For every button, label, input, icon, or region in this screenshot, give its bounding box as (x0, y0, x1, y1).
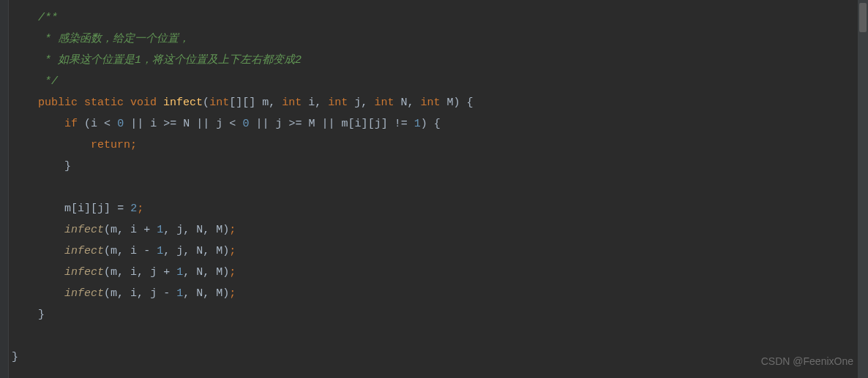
identifier: M (309, 118, 315, 130)
identifier: M (216, 224, 222, 236)
comma: , (137, 287, 143, 300)
comma: , (117, 266, 124, 279)
brace: } (12, 351, 18, 363)
keyword: public (38, 97, 78, 109)
comma: , (203, 287, 209, 300)
method-call: infect (64, 245, 104, 257)
operator: || (196, 118, 209, 130)
paren: ) (421, 118, 427, 130)
identifier: N (196, 224, 203, 236)
identifier: i (130, 287, 137, 300)
comment-text: * 如果这个位置是1，将这个位置及上下左右都变成2 (38, 54, 302, 67)
comma: , (163, 245, 170, 257)
watermark: CSDN @FeenixOne (761, 351, 853, 372)
type: int (420, 97, 440, 109)
brace: } (64, 160, 71, 173)
operator: = (117, 203, 124, 215)
code-line: return; (9, 135, 868, 156)
identifier: N (183, 118, 190, 130)
paren: ) (222, 224, 229, 236)
semicolon: ; (229, 245, 236, 257)
bracket: [ (368, 118, 375, 130)
identifier: m (342, 118, 348, 130)
semicolon: ; (130, 139, 137, 151)
code-line: infect(m, i - 1, j, N, M); (9, 241, 868, 262)
keyword: static (84, 97, 124, 109)
code-line (9, 325, 868, 347)
operator: || (130, 118, 143, 130)
bracket: ] (362, 118, 368, 130)
editor-gutter (0, 0, 9, 378)
identifier: i (91, 118, 97, 130)
type: int (282, 97, 302, 109)
comma: , (137, 266, 143, 279)
comma: , (183, 245, 190, 257)
number: 1 (176, 287, 183, 300)
code-line: /** (9, 7, 868, 29)
identifier: m (111, 245, 117, 257)
comment-text: /** (38, 12, 58, 24)
method-name: infect (163, 97, 203, 109)
keyword: if (64, 118, 78, 130)
param: M (446, 97, 453, 109)
comma: , (117, 245, 124, 257)
code-line: m[i][j] = 2; (9, 198, 868, 219)
comma: , (203, 224, 209, 236)
operator: || (322, 118, 335, 130)
keyword: void (130, 97, 157, 109)
scrollbar-thumb[interactable] (859, 3, 867, 32)
comma: , (407, 97, 414, 109)
param: m (262, 97, 269, 109)
identifier: m (64, 203, 71, 215)
paren: ) (222, 245, 229, 257)
type: int (209, 97, 229, 109)
operator: >= (288, 118, 302, 130)
code-line: infect(m, i, j - 1, N, M); (9, 283, 868, 304)
number: 1 (414, 118, 421, 130)
paren: ( (104, 266, 111, 279)
semicolon: ; (229, 287, 236, 300)
identifier: j (97, 203, 104, 215)
bracket: [ (71, 203, 78, 215)
identifier: i (355, 118, 362, 130)
comment-text: */ (38, 75, 58, 88)
identifier: m (111, 287, 117, 300)
number: 1 (176, 266, 183, 279)
bracket: ] (84, 203, 91, 215)
code-line: */ (9, 71, 868, 92)
code-line: if (i < 0 || i >= N || j < 0 || j >= M |… (9, 113, 868, 135)
operator: + (143, 224, 150, 236)
semicolon: ; (229, 224, 236, 236)
comma: , (203, 266, 209, 279)
paren: ) (222, 266, 229, 279)
comma: , (183, 224, 190, 236)
operator: + (163, 266, 170, 279)
identifier: i (130, 266, 137, 279)
code-line: infect(m, i + 1, j, N, M); (9, 219, 868, 241)
comma: , (117, 287, 124, 300)
operator: - (163, 287, 170, 300)
identifier: m (111, 266, 117, 279)
method-call: infect (64, 224, 104, 236)
identifier: N (196, 287, 203, 300)
keyword: return (91, 139, 130, 151)
bracket: ] (381, 118, 388, 130)
identifier: N (196, 245, 203, 257)
paren: ( (84, 118, 91, 130)
number: 1 (157, 224, 163, 236)
number: 0 (242, 118, 249, 130)
comment-text: * 感染函数，给定一个位置， (38, 33, 190, 45)
comma: , (183, 287, 190, 300)
scrollbar-track[interactable] (858, 0, 868, 378)
number: 2 (130, 203, 137, 215)
code-area[interactable]: /** * 感染函数，给定一个位置， * 如果这个位置是1，将这个位置及上下左右… (9, 0, 868, 378)
type: int (328, 97, 348, 109)
comma: , (361, 97, 367, 109)
method-call: infect (64, 266, 104, 279)
code-line: infect(m, i, j + 1, N, M); (9, 262, 868, 283)
identifier: M (216, 287, 222, 300)
number: 1 (157, 245, 163, 257)
param: i (308, 97, 315, 109)
paren: ( (104, 287, 111, 300)
paren: ) (222, 287, 229, 300)
